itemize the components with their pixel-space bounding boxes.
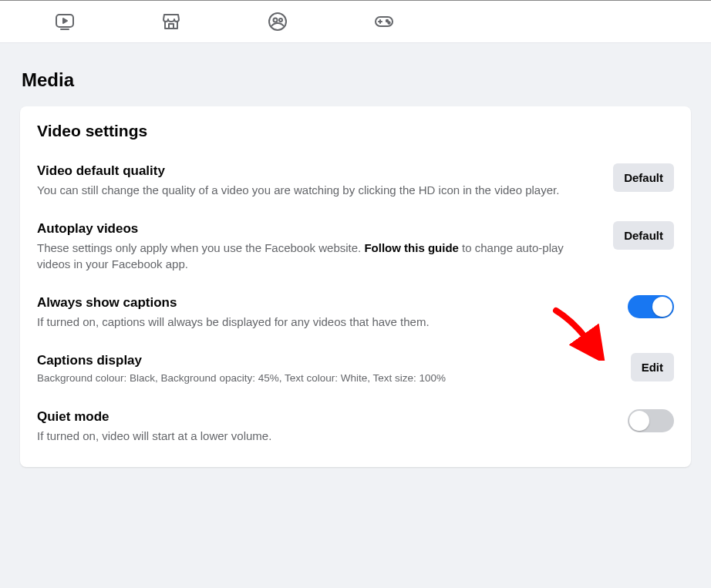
autoplay-button[interactable]: Default <box>613 221 674 250</box>
svg-point-11 <box>388 22 389 23</box>
row-title: Always show captions <box>37 295 612 311</box>
row-desc: You can still change the quality of a vi… <box>37 182 598 198</box>
page-title: Media <box>22 69 691 91</box>
video-quality-button[interactable]: Default <box>613 163 674 192</box>
svg-point-6 <box>279 18 282 22</box>
row-quiet-mode: Quiet mode If turned on, video will star… <box>37 409 674 444</box>
row-title: Autoplay videos <box>37 221 598 237</box>
always-captions-toggle[interactable] <box>628 295 674 318</box>
row-title: Captions display <box>37 353 615 368</box>
svg-point-10 <box>386 20 388 22</box>
svg-rect-3 <box>169 24 174 29</box>
row-always-captions: Always show captions If turned on, capti… <box>37 295 674 330</box>
svg-point-4 <box>269 13 286 30</box>
quiet-mode-toggle[interactable] <box>628 409 674 432</box>
row-desc: If turned on, captions will always be di… <box>37 314 612 330</box>
row-desc: Background colour: Black, Background opa… <box>37 371 615 386</box>
page: Media Video settings Video default quali… <box>0 43 711 486</box>
top-nav <box>0 0 711 43</box>
groups-icon[interactable] <box>267 11 288 32</box>
row-desc: These settings only apply when you use t… <box>37 240 598 272</box>
row-desc: If turned on, video will start at a lowe… <box>37 428 612 444</box>
svg-point-5 <box>274 18 278 22</box>
marketplace-icon[interactable] <box>160 11 182 32</box>
row-autoplay: Autoplay videos These settings only appl… <box>37 221 674 272</box>
watch-icon[interactable] <box>54 11 76 32</box>
follow-guide-link[interactable]: Follow this guide <box>364 241 459 254</box>
svg-marker-1 <box>63 18 67 23</box>
row-title: Quiet mode <box>37 409 612 425</box>
row-title: Video default quality <box>37 163 598 179</box>
row-video-quality: Video default quality You can still chan… <box>37 163 674 198</box>
row-captions-display: Captions display Background colour: Blac… <box>37 353 674 386</box>
settings-card: Video settings Video default quality You… <box>20 106 691 467</box>
card-title: Video settings <box>37 122 674 140</box>
gaming-icon[interactable] <box>373 11 395 32</box>
captions-display-edit-button[interactable]: Edit <box>631 353 674 381</box>
